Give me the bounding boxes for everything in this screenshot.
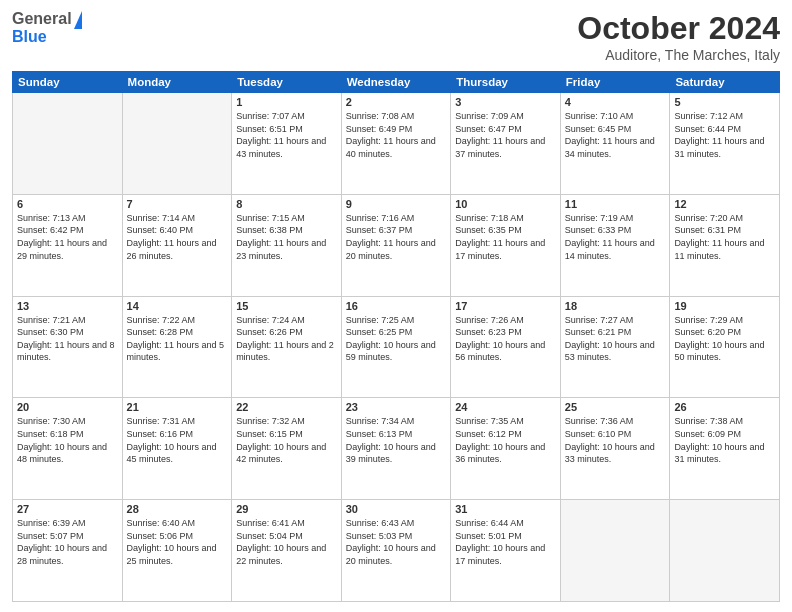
day-number: 14 bbox=[127, 300, 228, 312]
calendar-cell: 5Sunrise: 7:12 AM Sunset: 6:44 PM Daylig… bbox=[670, 93, 780, 195]
calendar-cell: 13Sunrise: 7:21 AM Sunset: 6:30 PM Dayli… bbox=[13, 296, 123, 398]
calendar-cell: 16Sunrise: 7:25 AM Sunset: 6:25 PM Dayli… bbox=[341, 296, 451, 398]
day-number: 21 bbox=[127, 401, 228, 413]
day-info: Sunrise: 7:15 AM Sunset: 6:38 PM Dayligh… bbox=[236, 212, 337, 262]
day-info: Sunrise: 7:14 AM Sunset: 6:40 PM Dayligh… bbox=[127, 212, 228, 262]
calendar-header-thursday: Thursday bbox=[451, 72, 561, 93]
day-number: 7 bbox=[127, 198, 228, 210]
day-number: 13 bbox=[17, 300, 118, 312]
calendar-cell: 11Sunrise: 7:19 AM Sunset: 6:33 PM Dayli… bbox=[560, 194, 670, 296]
calendar-cell: 19Sunrise: 7:29 AM Sunset: 6:20 PM Dayli… bbox=[670, 296, 780, 398]
calendar-cell: 7Sunrise: 7:14 AM Sunset: 6:40 PM Daylig… bbox=[122, 194, 232, 296]
day-number: 25 bbox=[565, 401, 666, 413]
calendar-week-5: 27Sunrise: 6:39 AM Sunset: 5:07 PM Dayli… bbox=[13, 500, 780, 602]
day-info: Sunrise: 7:32 AM Sunset: 6:15 PM Dayligh… bbox=[236, 415, 337, 465]
day-number: 28 bbox=[127, 503, 228, 515]
day-number: 24 bbox=[455, 401, 556, 413]
day-info: Sunrise: 6:43 AM Sunset: 5:03 PM Dayligh… bbox=[346, 517, 447, 567]
calendar-cell: 10Sunrise: 7:18 AM Sunset: 6:35 PM Dayli… bbox=[451, 194, 561, 296]
day-number: 10 bbox=[455, 198, 556, 210]
day-info: Sunrise: 7:30 AM Sunset: 6:18 PM Dayligh… bbox=[17, 415, 118, 465]
day-number: 30 bbox=[346, 503, 447, 515]
calendar-header-saturday: Saturday bbox=[670, 72, 780, 93]
calendar-cell: 27Sunrise: 6:39 AM Sunset: 5:07 PM Dayli… bbox=[13, 500, 123, 602]
calendar-cell: 22Sunrise: 7:32 AM Sunset: 6:15 PM Dayli… bbox=[232, 398, 342, 500]
subtitle: Auditore, The Marches, Italy bbox=[577, 47, 780, 63]
day-info: Sunrise: 7:29 AM Sunset: 6:20 PM Dayligh… bbox=[674, 314, 775, 364]
calendar-cell: 24Sunrise: 7:35 AM Sunset: 6:12 PM Dayli… bbox=[451, 398, 561, 500]
day-info: Sunrise: 7:18 AM Sunset: 6:35 PM Dayligh… bbox=[455, 212, 556, 262]
calendar-cell: 8Sunrise: 7:15 AM Sunset: 6:38 PM Daylig… bbox=[232, 194, 342, 296]
day-number: 15 bbox=[236, 300, 337, 312]
day-info: Sunrise: 7:24 AM Sunset: 6:26 PM Dayligh… bbox=[236, 314, 337, 364]
calendar-header-monday: Monday bbox=[122, 72, 232, 93]
logo-wrapper: General bbox=[12, 10, 82, 28]
day-number: 8 bbox=[236, 198, 337, 210]
day-number: 2 bbox=[346, 96, 447, 108]
day-number: 17 bbox=[455, 300, 556, 312]
calendar-cell: 6Sunrise: 7:13 AM Sunset: 6:42 PM Daylig… bbox=[13, 194, 123, 296]
calendar-week-1: 1Sunrise: 7:07 AM Sunset: 6:51 PM Daylig… bbox=[13, 93, 780, 195]
calendar-header-sunday: Sunday bbox=[13, 72, 123, 93]
calendar-week-4: 20Sunrise: 7:30 AM Sunset: 6:18 PM Dayli… bbox=[13, 398, 780, 500]
day-number: 22 bbox=[236, 401, 337, 413]
day-info: Sunrise: 7:26 AM Sunset: 6:23 PM Dayligh… bbox=[455, 314, 556, 364]
day-info: Sunrise: 6:40 AM Sunset: 5:06 PM Dayligh… bbox=[127, 517, 228, 567]
calendar-cell: 15Sunrise: 7:24 AM Sunset: 6:26 PM Dayli… bbox=[232, 296, 342, 398]
calendar-cell: 14Sunrise: 7:22 AM Sunset: 6:28 PM Dayli… bbox=[122, 296, 232, 398]
day-number: 18 bbox=[565, 300, 666, 312]
day-number: 27 bbox=[17, 503, 118, 515]
calendar-cell bbox=[670, 500, 780, 602]
day-info: Sunrise: 7:38 AM Sunset: 6:09 PM Dayligh… bbox=[674, 415, 775, 465]
day-number: 9 bbox=[346, 198, 447, 210]
day-info: Sunrise: 7:27 AM Sunset: 6:21 PM Dayligh… bbox=[565, 314, 666, 364]
day-info: Sunrise: 7:09 AM Sunset: 6:47 PM Dayligh… bbox=[455, 110, 556, 160]
calendar-header-row: SundayMondayTuesdayWednesdayThursdayFrid… bbox=[13, 72, 780, 93]
calendar-week-2: 6Sunrise: 7:13 AM Sunset: 6:42 PM Daylig… bbox=[13, 194, 780, 296]
day-info: Sunrise: 7:31 AM Sunset: 6:16 PM Dayligh… bbox=[127, 415, 228, 465]
day-info: Sunrise: 6:44 AM Sunset: 5:01 PM Dayligh… bbox=[455, 517, 556, 567]
calendar-cell: 9Sunrise: 7:16 AM Sunset: 6:37 PM Daylig… bbox=[341, 194, 451, 296]
day-info: Sunrise: 7:34 AM Sunset: 6:13 PM Dayligh… bbox=[346, 415, 447, 465]
day-info: Sunrise: 7:12 AM Sunset: 6:44 PM Dayligh… bbox=[674, 110, 775, 160]
page: General Blue October 2024 Auditore, The … bbox=[0, 0, 792, 612]
month-title: October 2024 bbox=[577, 10, 780, 47]
calendar-cell: 21Sunrise: 7:31 AM Sunset: 6:16 PM Dayli… bbox=[122, 398, 232, 500]
day-number: 5 bbox=[674, 96, 775, 108]
calendar-cell: 18Sunrise: 7:27 AM Sunset: 6:21 PM Dayli… bbox=[560, 296, 670, 398]
calendar-cell: 25Sunrise: 7:36 AM Sunset: 6:10 PM Dayli… bbox=[560, 398, 670, 500]
day-info: Sunrise: 7:35 AM Sunset: 6:12 PM Dayligh… bbox=[455, 415, 556, 465]
header: General Blue October 2024 Auditore, The … bbox=[12, 10, 780, 63]
logo-blue: Blue bbox=[12, 28, 47, 46]
calendar-header-friday: Friday bbox=[560, 72, 670, 93]
day-info: Sunrise: 7:07 AM Sunset: 6:51 PM Dayligh… bbox=[236, 110, 337, 160]
day-number: 11 bbox=[565, 198, 666, 210]
calendar-cell: 12Sunrise: 7:20 AM Sunset: 6:31 PM Dayli… bbox=[670, 194, 780, 296]
logo: General Blue bbox=[12, 10, 82, 46]
calendar-cell: 17Sunrise: 7:26 AM Sunset: 6:23 PM Dayli… bbox=[451, 296, 561, 398]
day-info: Sunrise: 6:39 AM Sunset: 5:07 PM Dayligh… bbox=[17, 517, 118, 567]
day-info: Sunrise: 7:08 AM Sunset: 6:49 PM Dayligh… bbox=[346, 110, 447, 160]
logo-general: General bbox=[12, 10, 72, 28]
day-number: 6 bbox=[17, 198, 118, 210]
day-info: Sunrise: 7:19 AM Sunset: 6:33 PM Dayligh… bbox=[565, 212, 666, 262]
calendar-week-3: 13Sunrise: 7:21 AM Sunset: 6:30 PM Dayli… bbox=[13, 296, 780, 398]
day-info: Sunrise: 7:21 AM Sunset: 6:30 PM Dayligh… bbox=[17, 314, 118, 364]
day-info: Sunrise: 6:41 AM Sunset: 5:04 PM Dayligh… bbox=[236, 517, 337, 567]
calendar-cell bbox=[560, 500, 670, 602]
day-info: Sunrise: 7:36 AM Sunset: 6:10 PM Dayligh… bbox=[565, 415, 666, 465]
calendar-cell: 31Sunrise: 6:44 AM Sunset: 5:01 PM Dayli… bbox=[451, 500, 561, 602]
calendar-cell: 29Sunrise: 6:41 AM Sunset: 5:04 PM Dayli… bbox=[232, 500, 342, 602]
day-number: 31 bbox=[455, 503, 556, 515]
day-number: 29 bbox=[236, 503, 337, 515]
calendar-cell: 28Sunrise: 6:40 AM Sunset: 5:06 PM Dayli… bbox=[122, 500, 232, 602]
day-number: 20 bbox=[17, 401, 118, 413]
calendar-cell: 1Sunrise: 7:07 AM Sunset: 6:51 PM Daylig… bbox=[232, 93, 342, 195]
calendar: SundayMondayTuesdayWednesdayThursdayFrid… bbox=[12, 71, 780, 602]
calendar-cell: 3Sunrise: 7:09 AM Sunset: 6:47 PM Daylig… bbox=[451, 93, 561, 195]
day-number: 4 bbox=[565, 96, 666, 108]
calendar-cell: 4Sunrise: 7:10 AM Sunset: 6:45 PM Daylig… bbox=[560, 93, 670, 195]
day-info: Sunrise: 7:13 AM Sunset: 6:42 PM Dayligh… bbox=[17, 212, 118, 262]
title-section: October 2024 Auditore, The Marches, Ital… bbox=[577, 10, 780, 63]
calendar-cell: 20Sunrise: 7:30 AM Sunset: 6:18 PM Dayli… bbox=[13, 398, 123, 500]
